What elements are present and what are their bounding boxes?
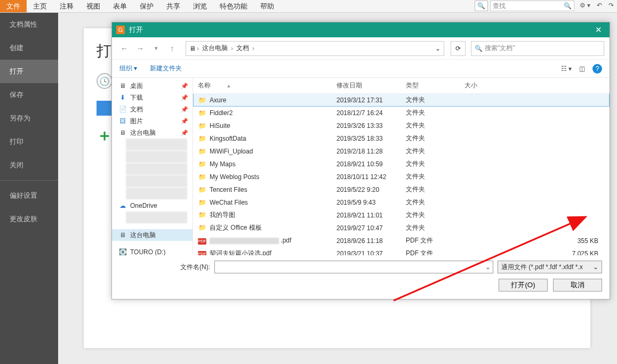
sidebar-item-save[interactable]: 保存 — [0, 83, 58, 107]
file-row[interactable]: 📁Tencent Files2019/5/22 9:20文件夹 — [194, 183, 610, 196]
file-type: PDF 文件 — [402, 234, 460, 247]
sidebar-item-print[interactable]: 打印 — [0, 130, 58, 153]
sidebar-item-create[interactable]: 创建 — [0, 36, 58, 60]
file-row[interactable]: 📁我的导图2018/9/21 11:01文件夹 — [194, 209, 610, 222]
filename-input[interactable]: ⌄ — [214, 261, 493, 273]
sidebar-item-saveas[interactable]: 另存为 — [0, 107, 58, 130]
tree-item[interactable]: ⬇下载📌 — [112, 92, 193, 103]
nav-back-icon[interactable]: ← — [117, 42, 131, 55]
crumb-thispc[interactable]: 这台电脑 — [200, 44, 230, 53]
tree-icon: 🖼 — [118, 117, 127, 125]
chevron-down-icon[interactable]: ⌄ — [485, 263, 491, 271]
ribbon-search-input[interactable]: 查找 🔍 — [490, 1, 574, 11]
ribbon-tab-share[interactable]: 共享 — [160, 0, 187, 12]
refresh-icon[interactable]: ⟳ — [451, 41, 466, 56]
tree-item[interactable]: 🖼图片📌 — [112, 115, 193, 127]
ribbon-tab-form[interactable]: 表单 — [107, 0, 133, 12]
ribbon-tab-browse[interactable]: 浏览 — [187, 0, 213, 12]
col-date[interactable]: 修改日期 — [332, 78, 402, 94]
file-type: 文件夹 — [402, 183, 460, 196]
ribbon-tab-special[interactable]: 特色功能 — [213, 0, 254, 12]
col-type[interactable]: 类型 — [402, 78, 460, 94]
file-row[interactable]: 📁My Weblog Posts2018/10/11 12:42文件夹 — [194, 171, 610, 183]
add-place-icon: ＋ — [97, 127, 113, 143]
tree-item-redacted[interactable] — [126, 188, 187, 199]
file-list[interactable]: 名称▲ 修改日期 类型 大小 📁Axure2019/3/12 17:31文件夹📁… — [193, 78, 610, 255]
sidebar-item-close[interactable]: 关闭 — [0, 153, 58, 177]
ribbon-tab-file[interactable]: 文件 — [0, 0, 27, 12]
chevron-down-icon: ⌄ — [593, 263, 598, 271]
view-mode-icon[interactable]: ☷ ▾ — [561, 65, 572, 72]
col-size[interactable]: 大小 — [460, 78, 610, 94]
undo-icon[interactable]: ↶ — [594, 0, 605, 12]
folder-icon: 📁 — [198, 224, 206, 231]
file-row[interactable]: 📁自定义 Office 模板2019/9/27 10:47文件夹 — [194, 222, 610, 234]
tree-label: 下载 — [130, 93, 143, 102]
ribbon-tab-home[interactable]: 主页 — [27, 0, 53, 12]
file-row[interactable]: 📁MiWiFi_Upload2019/2/18 11:28文件夹 — [194, 145, 610, 158]
ribbon-tab-annotate[interactable]: 注释 — [53, 0, 80, 12]
tree-item-redacted[interactable] — [126, 139, 187, 150]
tree-label: 图片 — [130, 117, 143, 126]
crumb-documents[interactable]: 文档 — [234, 44, 251, 53]
settings-gear-icon[interactable]: ⚙ ▾ — [576, 0, 594, 12]
close-icon[interactable]: ✕ — [592, 25, 605, 35]
file-row[interactable]: PDF契诃夫短篇小说选.pdf2019/3/21 10:37PDF 文件7,02… — [194, 247, 610, 256]
nav-forward-icon[interactable]: → — [133, 42, 147, 55]
ribbon-tab-view[interactable]: 视图 — [80, 0, 107, 12]
tree-item[interactable]: 🖥桌面📌 — [112, 80, 193, 92]
help-icon[interactable]: ? — [592, 64, 602, 74]
dialog-titlebar[interactable]: G 打开 ✕ — [112, 22, 610, 37]
file-type: 文件夹 — [402, 145, 460, 158]
tree-item[interactable]: 💽TOURO (D:) — [112, 246, 193, 255]
file-row[interactable]: 📁Axure2019/3/12 17:31文件夹 — [194, 94, 610, 107]
file-date: 2019/5/22 9:20 — [332, 183, 402, 196]
preview-pane-icon[interactable]: ◫ — [579, 65, 585, 72]
sidebar-item-skin[interactable]: 更改皮肤 — [0, 207, 58, 231]
file-name: 我的导图 — [210, 211, 235, 219]
filetype-select[interactable]: 通用文件 (*.pdf *.fdf *.xfdf *.x ⌄ — [498, 261, 602, 273]
tree-item-redacted[interactable] — [126, 175, 187, 187]
file-sidebar: 文档属性 创建 打开 保存 另存为 打印 关闭 偏好设置 更改皮肤 — [0, 13, 58, 364]
tree-item[interactable]: 🖥这台电脑 — [112, 229, 193, 241]
newfolder-button[interactable]: 新建文件夹 — [150, 64, 182, 73]
sidebar-item-open[interactable]: 打开 — [0, 60, 58, 83]
file-size — [460, 183, 610, 196]
cancel-button[interactable]: 取消 — [553, 279, 602, 292]
sidebar-item-prefs[interactable]: 偏好设置 — [0, 184, 58, 207]
file-row[interactable]: 📁KingsoftData2019/3/25 18:33文件夹 — [194, 132, 610, 145]
tree-item-redacted[interactable] — [126, 212, 187, 223]
tree-item[interactable]: 📄文档📌 — [112, 103, 193, 115]
pdf-icon: PDF — [198, 238, 206, 245]
file-date: 2018/9/26 11:18 — [332, 234, 402, 247]
dialog-search-input[interactable]: 🔍 搜索"文档" — [471, 41, 604, 56]
file-name: .pdf — [210, 237, 291, 244]
search-icon-button[interactable]: 🔍 — [475, 1, 488, 11]
nav-up-icon[interactable]: ↑ — [165, 42, 179, 55]
sidebar-item-docprops[interactable]: 文档属性 — [0, 13, 58, 36]
file-row[interactable]: PDF .pdf2018/9/26 11:18PDF 文件355 KB — [194, 234, 610, 247]
file-row[interactable]: 📁HiSuite2019/3/26 13:33文件夹 — [194, 119, 610, 132]
folder-icon: 📁 — [198, 135, 206, 142]
file-date: 2019/3/12 17:31 — [332, 94, 402, 107]
ribbon-tab-protect[interactable]: 保护 — [133, 0, 160, 12]
nav-recent-icon[interactable]: ▾ — [149, 42, 163, 55]
folder-tree[interactable]: 🖥桌面📌⬇下载📌📄文档📌🖼图片📌🖥这台电脑📌☁OneDrive🖥这台电脑💽TOU… — [112, 78, 193, 255]
file-size — [460, 171, 610, 183]
breadcrumb-bar[interactable]: 🖥 › 这台电脑 › 文档 › ⌄ — [186, 41, 444, 56]
col-name[interactable]: 名称▲ — [194, 78, 332, 94]
chevron-down-icon[interactable]: ⌄ — [435, 45, 440, 52]
tree-item[interactable]: ☁OneDrive — [112, 200, 193, 212]
ribbon-tab-help[interactable]: 帮助 — [254, 0, 281, 12]
file-type: 文件夹 — [402, 94, 460, 107]
file-row[interactable]: 📁Fiddler22018/12/7 16:24文件夹 — [194, 107, 610, 119]
file-row[interactable]: 📁My Maps2018/9/21 10:59文件夹 — [194, 158, 610, 171]
open-button[interactable]: 打开(O) — [499, 279, 548, 292]
organize-button[interactable]: 组织 ▾ — [119, 64, 137, 73]
tree-item-redacted[interactable] — [126, 151, 187, 163]
tree-item-redacted[interactable] — [126, 163, 187, 175]
file-row[interactable]: 📁WeChat Files2019/5/9 9:43文件夹 — [194, 196, 610, 209]
dialog-nav-bar: ← → ▾ ↑ 🖥 › 这台电脑 › 文档 › ⌄ ⟳ 🔍 搜索"文档" — [112, 37, 610, 60]
tree-item[interactable]: 🖥这台电脑📌 — [112, 127, 193, 139]
redo-icon[interactable]: ↷ — [605, 0, 617, 12]
